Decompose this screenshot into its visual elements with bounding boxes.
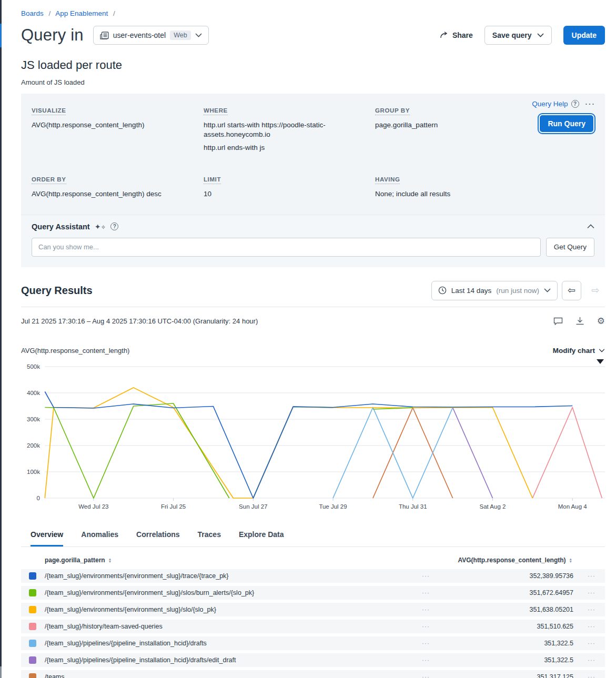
row-menu[interactable]: ··· — [422, 589, 430, 596]
row-menu[interactable]: ··· — [422, 656, 430, 664]
save-query-button[interactable]: Save query — [484, 26, 552, 45]
row-value: 351,510.625 — [537, 623, 573, 630]
clause-label: VISUALIZE — [32, 107, 66, 115]
tab-explore-data[interactable]: Explore Data — [239, 530, 284, 547]
clause-value[interactable]: None; include all results — [375, 189, 533, 199]
dataset-env-badge: Web — [170, 31, 190, 40]
query-clause-limit[interactable]: LIMIT 10 — [204, 174, 375, 199]
row-overflow-menu[interactable]: ··· — [588, 640, 595, 647]
time-range-dropdown[interactable]: Last 14 days (run just now) — [431, 281, 558, 300]
row-overflow-menu[interactable]: ··· — [588, 656, 595, 664]
row-overflow-menu[interactable]: ··· — [588, 673, 595, 678]
history-back-button[interactable]: ⇦ — [562, 281, 581, 300]
tab-traces[interactable]: Traces — [198, 530, 221, 547]
row-menu[interactable]: ··· — [422, 640, 430, 647]
series-color-swatch — [29, 656, 36, 664]
page-header: Query in user-events-otel Web Share Save… — [21, 26, 605, 45]
dataset-selector[interactable]: user-events-otel Web — [93, 26, 209, 45]
breadcrumb-separator: / — [113, 9, 115, 17]
query-clause-visualize[interactable]: VISUALIZE AVG(http.response_content_leng… — [32, 105, 204, 153]
share-label: Share — [452, 31, 473, 39]
series-color-swatch — [29, 640, 36, 647]
clause-value[interactable]: page.gorilla_pattern — [375, 120, 533, 130]
save-query-label: Save query — [492, 31, 532, 39]
panel-overflow-menu[interactable]: ··· — [585, 100, 596, 108]
row-pattern: /{team_slug}/history/team-saved-queries — [45, 623, 163, 630]
row-menu[interactable]: ··· — [422, 623, 430, 630]
row-menu[interactable]: ··· — [422, 673, 430, 678]
column-header-group[interactable]: page.gorilla_pattern ▲▼ — [45, 556, 112, 564]
clause-value[interactable]: http.url starts-with https://poodle-stat… — [204, 120, 361, 139]
download-icon[interactable] — [575, 317, 584, 325]
get-query-button[interactable]: Get Query — [546, 238, 594, 257]
timeseries-chart[interactable]: 0100k200k300k400k500kWed Jul 23Fri Jul 2… — [0, 356, 616, 513]
query-clause-order-by[interactable]: ORDER BY AVG(http.response_content_lengt… — [32, 174, 204, 199]
row-value: 352,389.95736 — [530, 572, 573, 580]
clause-value[interactable]: 10 — [204, 189, 361, 199]
row-menu[interactable]: ··· — [422, 606, 430, 613]
clause-value[interactable]: AVG(http.response_content_length) — [32, 120, 189, 130]
query-assistant: Query Assistant ✦✧ ? Get Query — [21, 215, 605, 267]
divider — [21, 307, 605, 307]
row-overflow-menu[interactable]: ··· — [588, 589, 595, 596]
tab-anomalies[interactable]: Anomalies — [81, 530, 118, 547]
chevron-down-icon — [195, 33, 202, 37]
collapse-chevron-icon[interactable] — [587, 224, 594, 229]
tab-correlations[interactable]: Correlations — [136, 530, 179, 547]
comment-icon[interactable] — [553, 317, 563, 325]
tab-overview[interactable]: Overview — [31, 530, 63, 547]
chart-title: AVG(http.response_content_length) — [21, 347, 129, 355]
breadcrumb: Boards / App Enablement / — [21, 9, 605, 17]
sort-icon: ▲▼ — [569, 558, 572, 563]
query-time-window: Jul 21 2025 17:30:16 – Aug 4 2025 17:30:… — [21, 317, 258, 325]
breadcrumb-link-boards[interactable]: Boards — [21, 9, 44, 17]
clause-label: ORDER BY — [32, 176, 66, 184]
help-circle-icon[interactable]: ? — [110, 222, 118, 230]
svg-text:500k: 500k — [27, 363, 40, 370]
query-help-link[interactable]: Query Help ? — [532, 100, 579, 108]
breadcrumb-link-app-enablement[interactable]: App Enablement — [55, 9, 108, 17]
row-pattern: /{team_slug}/pipelines/{pipeline_install… — [45, 656, 236, 664]
run-query-button[interactable]: Run Query — [540, 115, 593, 132]
row-overflow-menu[interactable]: ··· — [588, 623, 595, 630]
query-help-label: Query Help — [532, 100, 568, 108]
assistant-input[interactable] — [32, 238, 541, 257]
sort-icon: ▲▼ — [108, 558, 112, 563]
row-overflow-menu[interactable]: ··· — [588, 606, 595, 613]
query-clause-where[interactable]: WHERE http.url starts-with https://poodl… — [204, 105, 375, 153]
update-button[interactable]: Update — [563, 26, 605, 45]
query-clause-having[interactable]: HAVING None; include all results — [375, 174, 594, 199]
window-edge — [0, 0, 2, 678]
query-description: Amount of JS loaded — [21, 78, 605, 86]
table-row[interactable]: /{team_slug}/pipelines/{pipeline_install… — [21, 636, 605, 650]
table-row[interactable]: /{team_slug}/environments/{environment_s… — [21, 603, 605, 616]
column-header-value[interactable]: AVG(http.response_content_length) ▲▼ — [458, 556, 572, 564]
table-row[interactable]: /teams ··· 351,317.125 ··· — [21, 670, 605, 678]
table-row[interactable]: /{team_slug}/environments/{environment_s… — [21, 569, 605, 583]
clause-value[interactable]: AVG(http.response_content_length) desc — [32, 189, 189, 199]
sparkles-icon: ✦✧ — [95, 222, 106, 231]
row-menu[interactable]: ··· — [422, 572, 430, 580]
query-assistant-title: Query Assistant — [32, 222, 90, 231]
row-overflow-menu[interactable]: ··· — [588, 572, 595, 580]
row-pattern: /teams — [45, 673, 65, 678]
svg-text:Sat Aug 2: Sat Aug 2 — [480, 503, 506, 510]
chart-marker-triangle-icon — [597, 359, 604, 364]
dataset-name: user-events-otel — [113, 31, 166, 39]
clause-label: LIMIT — [204, 176, 221, 184]
column-header-value-label: AVG(http.response_content_length) — [458, 556, 565, 564]
gear-icon[interactable]: ⚙ — [597, 316, 605, 327]
share-button[interactable]: Share — [440, 31, 473, 39]
row-value: 351,317.125 — [537, 673, 573, 678]
clause-value[interactable]: http.url ends-with js — [204, 143, 361, 153]
series-color-swatch — [29, 606, 36, 613]
row-pattern: /{team_slug}/environments/{environment_s… — [45, 572, 229, 580]
row-value: 351,322.5 — [544, 656, 573, 664]
modify-chart-dropdown[interactable]: Modify chart — [553, 347, 605, 355]
svg-text:200k: 200k — [27, 442, 40, 449]
svg-text:400k: 400k — [27, 390, 40, 396]
table-row[interactable]: /{team_slug}/pipelines/{pipeline_install… — [21, 653, 605, 667]
table-row[interactable]: /{team_slug}/history/team-saved-queries … — [21, 620, 605, 633]
table-row[interactable]: /{team_slug}/environments/{environment_s… — [21, 586, 605, 600]
window-edge-footer — [0, 666, 2, 678]
